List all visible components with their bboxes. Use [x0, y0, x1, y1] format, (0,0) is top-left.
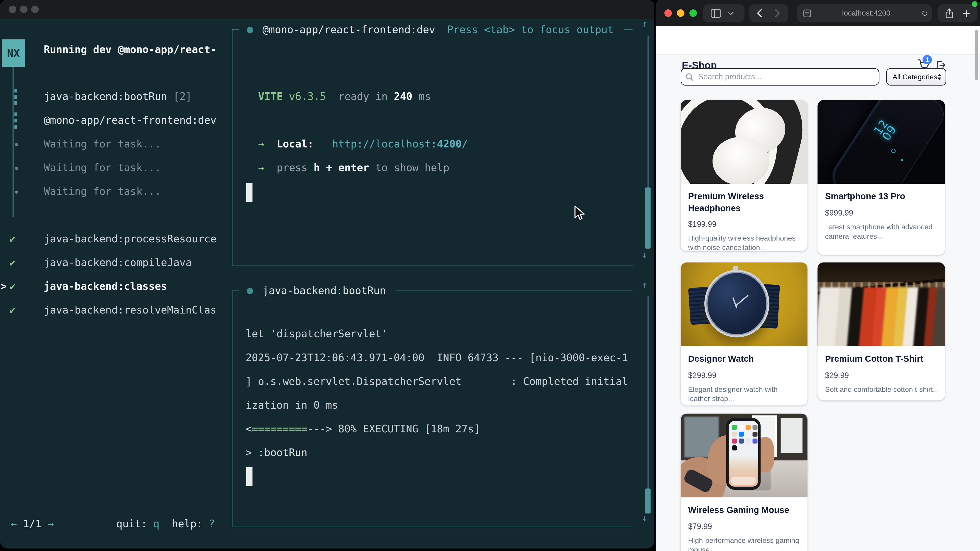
scrollbar-track[interactable] — [648, 36, 649, 187]
product-image-headphones — [681, 100, 808, 184]
task-row[interactable]: @mono-app/react-frontend:dev — [44, 109, 216, 132]
pane-title: java-backend:bootRun — [262, 279, 386, 303]
category-select[interactable]: All Categories — [886, 68, 946, 86]
product-price: $79.99 — [688, 522, 800, 530]
vite-ready-line: VITE v6.3.5 ready in 240 ms — [258, 85, 431, 109]
product-price: $299.99 — [688, 371, 800, 380]
pane-frontend-header: @mono-app/react-frontend:dev Press <tab>… — [232, 24, 633, 36]
scroll-down-icon[interactable]: ↓ — [642, 249, 648, 260]
check-icon: ✔ — [10, 251, 16, 275]
terminal-cursor — [246, 183, 252, 202]
arrow-icon: → — [258, 138, 264, 150]
pager-next-icon[interactable]: → — [48, 518, 54, 530]
progress-bar-fill: ========= — [252, 423, 307, 435]
product-image-hand-phone — [681, 413, 808, 497]
back-icon[interactable] — [757, 9, 762, 17]
task-row: Waiting for task... — [44, 180, 161, 203]
product-description: High-quality wireless headphones with no… — [688, 233, 800, 251]
help-hint-line: → press h + enter to show help — [258, 156, 449, 180]
url-text[interactable]: localhost:4200 — [811, 9, 921, 17]
product-card[interactable]: 1209 Smartphone 13 Pro $999.99 Latest sm… — [818, 100, 945, 255]
product-image-smartphone: 1209 — [818, 100, 945, 184]
reader-icon[interactable] — [803, 9, 811, 17]
page-scrollbar-thumb[interactable] — [975, 30, 978, 80]
product-price: $199.99 — [688, 220, 800, 229]
scroll-up-icon[interactable]: ↑ — [642, 279, 648, 291]
product-description: High-performance wireless gaming mouse..… — [688, 536, 800, 551]
pane-rule — [396, 290, 632, 291]
scrollbar-thumb[interactable] — [645, 489, 651, 513]
scrollbar-track[interactable] — [648, 296, 649, 511]
refresh-icon[interactable]: ↻ — [921, 8, 928, 18]
waiting-bullet-icon — [15, 143, 18, 146]
task-row-selected[interactable]: java-backend:classes — [44, 275, 167, 299]
sidebar-button[interactable] — [703, 4, 745, 22]
recording-indicator — [972, 1, 977, 7]
terminal-titlebar[interactable] — [0, 0, 654, 19]
check-icon: ✔ — [10, 227, 16, 251]
product-card[interactable]: Premium Wireless Headphones $199.99 High… — [681, 100, 808, 251]
check-icon: ✔ — [10, 275, 16, 299]
selected-pointer-icon: > — [0, 275, 6, 299]
search-input[interactable] — [681, 68, 880, 86]
product-description: Soft and comfortable cotton t-shirt... — [825, 384, 938, 394]
task-row[interactable]: java-backend:bootRun [2] — [44, 85, 192, 109]
select-arrows-icon — [937, 74, 941, 80]
category-select-value: All Categories — [892, 73, 937, 81]
product-price: $999.99 — [825, 208, 938, 217]
product-image-watch — [681, 262, 808, 346]
cart-badge: 1 — [923, 55, 932, 65]
product-card[interactable]: Premium Cotton T-Shirt $29.99 Soft and c… — [818, 262, 945, 400]
keyboard-hints: quit: q help: ? — [116, 512, 215, 536]
pager[interactable]: ← 1/1 → — [11, 512, 54, 536]
nx-logo: NX — [2, 39, 25, 67]
shop-header: E-Shop 1 — [655, 26, 980, 55]
pane-bullet-icon — [247, 27, 253, 33]
task-row[interactable]: java-backend:compileJava — [44, 251, 192, 275]
browser-titlebar[interactable]: localhost:4200 ↻ + — [655, 0, 980, 26]
new-tab-icon[interactable]: + — [962, 8, 971, 19]
address-bar[interactable]: localhost:4200 ↻ — [797, 4, 932, 22]
scroll-up-icon[interactable]: ↑ — [642, 18, 648, 29]
product-description: Latest smartphone with advanced camera f… — [825, 222, 938, 241]
search-icon — [686, 73, 694, 81]
product-name: Smartphone 13 Pro — [825, 191, 938, 202]
local-url-link[interactable]: 4200 — [437, 138, 462, 150]
local-url-line: → Local: http://localhost:4200/ — [258, 132, 468, 156]
browser-window: localhost:4200 ↻ + E-Shop 1 All Categori… — [655, 0, 980, 551]
queued-marker-icon — [14, 89, 17, 105]
task-row: Waiting for task... — [44, 132, 161, 156]
pane-corner-tick — [232, 29, 239, 30]
close-window-icon[interactable] — [9, 6, 16, 13]
gradle-task-line: > :bootRun — [245, 441, 307, 465]
terminal-window: NX Running dev @mono-app/react- java-bac… — [0, 0, 654, 548]
product-image-tshirts — [818, 262, 945, 346]
pane-title: @mono-app/react-frontend:dev — [262, 18, 435, 41]
task-row[interactable]: java-backend:resolveMainClas — [44, 299, 216, 322]
zoom-window-icon[interactable] — [689, 10, 697, 17]
product-name: Wireless Gaming Mouse — [688, 504, 800, 516]
scrollbar-thumb[interactable] — [645, 187, 651, 249]
minimize-window-icon[interactable] — [677, 10, 684, 17]
minimize-window-icon[interactable] — [20, 6, 27, 13]
task-row[interactable]: java-backend:processResource — [44, 227, 216, 251]
nx-run-title: Running dev @mono-app/react- — [44, 38, 216, 62]
pager-prev-icon[interactable]: ← — [11, 518, 17, 530]
product-card[interactable]: Designer Watch $299.99 Elegant designer … — [681, 262, 808, 406]
zoom-window-icon[interactable] — [31, 6, 38, 13]
sidebar-icon — [711, 8, 721, 18]
product-card[interactable]: Wireless Gaming Mouse $79.99 High-perfor… — [681, 413, 808, 551]
chevron-down-icon — [728, 11, 734, 15]
task-tree-line — [13, 67, 14, 218]
mouse-cursor — [574, 206, 587, 221]
pane-hint: Press <tab> to focus output — [447, 18, 614, 41]
gradle-progress-line: <=========---> 80% EXECUTING [18m 27s] — [245, 417, 480, 441]
waiting-bullet-icon — [15, 191, 18, 194]
share-icon[interactable] — [945, 8, 954, 19]
pane-corner-tick — [232, 290, 239, 291]
log-line: ] o.s.web.servlet.DispatcherServlet : Co… — [245, 370, 628, 394]
forward-icon[interactable] — [774, 9, 780, 17]
close-window-icon[interactable] — [664, 10, 672, 17]
waiting-bullet-icon — [15, 167, 18, 170]
scroll-down-icon[interactable]: ↓ — [642, 512, 648, 524]
